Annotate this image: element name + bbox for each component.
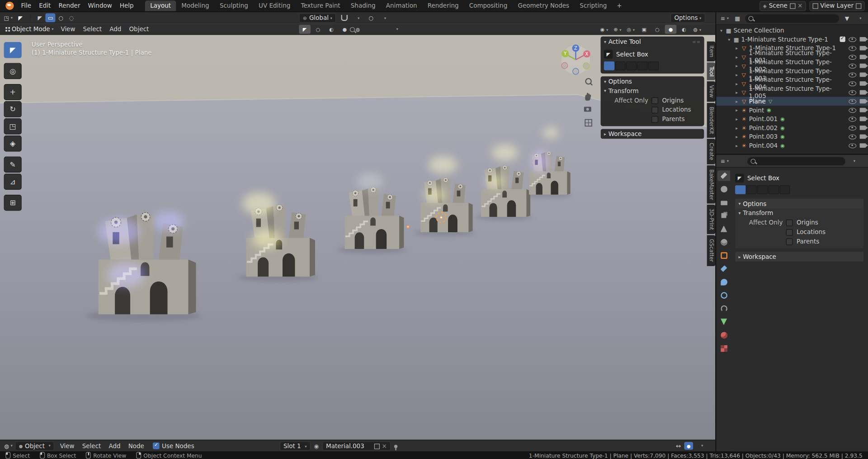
properties-options-panel-header[interactable]: Options (735, 199, 863, 209)
affect-checkbox[interactable] (651, 107, 658, 113)
sidebar-tab[interactable]: Item (707, 42, 715, 61)
physics-properties[interactable] (717, 290, 730, 300)
snap-node-icon[interactable]: ↔ (676, 442, 681, 450)
shading-wireframe-toggle[interactable]: ○ (651, 25, 663, 34)
viewport-header-dropdown[interactable] (387, 25, 405, 34)
disable-render-icon[interactable] (860, 64, 866, 68)
filter-icon[interactable]: ▼ (842, 14, 852, 23)
circle-select-mode[interactable]: ○ (56, 13, 66, 22)
select-mode-icon[interactable] (626, 61, 637, 70)
material-properties[interactable] (717, 330, 730, 340)
disable-render-icon[interactable] (860, 143, 866, 148)
snap-settings-dropdown[interactable] (353, 14, 363, 23)
select-mode-icon[interactable] (769, 185, 779, 194)
active-tool-icon[interactable]: ◤ (299, 25, 311, 34)
blender-logo[interactable] (5, 2, 14, 10)
lasso-select-mode[interactable]: ◌ (66, 13, 76, 22)
object-properties[interactable] (717, 250, 730, 260)
shader-menu-item[interactable]: Select (78, 441, 105, 451)
select-mode-icon[interactable] (779, 185, 790, 194)
proportional-settings-dropdown[interactable] (379, 14, 389, 23)
select-mode-icon[interactable] (604, 61, 614, 70)
measure-tool[interactable]: ⊿ (4, 173, 22, 190)
properties-options-dropdown[interactable] (849, 157, 859, 166)
scene-selector[interactable]: ◈ Scene × (760, 1, 806, 11)
select-mode-icon[interactable] (615, 61, 625, 70)
workspace-tab[interactable]: Rendering (423, 0, 464, 11)
expand-icon[interactable]: ▸ (735, 125, 739, 130)
xray-toggle[interactable]: ▣ (638, 25, 650, 34)
mode-material-icon[interactable]: ● (339, 25, 350, 34)
viewport-menu-item[interactable]: Object (125, 24, 153, 34)
annotate-tool[interactable]: ✎ (4, 157, 22, 173)
disable-render-icon[interactable] (860, 90, 866, 95)
camera-view-icon[interactable] (584, 107, 591, 112)
disable-render-icon[interactable] (860, 126, 866, 130)
shader-menu-item[interactable]: Add (105, 441, 124, 451)
tweak-select-mode[interactable]: ◤ (35, 13, 45, 22)
mode-wire-icon[interactable]: ○ (312, 25, 324, 34)
disable-render-icon[interactable] (860, 99, 866, 103)
sidebar-tab[interactable]: BlenderKit (707, 103, 715, 138)
visibility-toggle[interactable]: ◉ (599, 25, 610, 34)
workspace-tab[interactable]: UV Editing (254, 0, 295, 11)
transform-tool[interactable]: ◈ (4, 136, 22, 152)
view-layer-selector[interactable]: View Layer (809, 1, 865, 11)
expand-icon[interactable]: ▸ (735, 72, 739, 77)
outliner-row[interactable]: ▾ ▦ Scene Collection (716, 26, 868, 35)
expand-icon[interactable]: ▾ (727, 37, 731, 42)
workspace-tab[interactable]: Layout (145, 0, 176, 11)
menu-item[interactable]: Edit (35, 1, 55, 10)
cursor-tool[interactable]: ◎ (4, 63, 22, 80)
shader-menu-item[interactable]: View (56, 441, 78, 451)
world-properties[interactable] (717, 237, 730, 247)
box-select-mode[interactable]: ▭ (45, 13, 55, 22)
hide-viewport-icon[interactable] (849, 108, 856, 112)
properties-search-field[interactable] (747, 157, 845, 165)
sidebar-tab[interactable]: View (707, 81, 715, 102)
expand-icon[interactable]: ▾ (719, 28, 724, 33)
gizmo-toggle[interactable]: ⊕ (612, 25, 623, 34)
options-panel-header[interactable]: Options (601, 76, 704, 86)
shader-overlays-dropdown[interactable] (696, 441, 706, 450)
outliner-row[interactable]: ▸ ☀ Point.001 ◉ (716, 114, 868, 123)
copy-material-icon[interactable] (374, 443, 379, 449)
expand-icon[interactable]: ▸ (735, 81, 739, 86)
new-view-layer-icon[interactable] (856, 3, 861, 9)
outliner-item-label[interactable]: Point.003 (749, 133, 778, 140)
select-box-tool[interactable]: ◤ (4, 42, 22, 58)
snap-toggle[interactable] (340, 14, 349, 23)
material-name-field[interactable]: Material.003 × (322, 441, 391, 451)
outliner-row[interactable]: ▸ ☀ Point ◉ (716, 106, 868, 115)
tool-properties[interactable] (717, 170, 730, 181)
pin-icon[interactable] (394, 445, 397, 448)
overlay-toggle[interactable]: ● (684, 442, 693, 450)
outliner-row[interactable]: ▸ ▽ 1-Miniature Structure Type-1.005 (716, 88, 868, 97)
disable-render-icon[interactable] (860, 81, 866, 86)
shading-solid-toggle[interactable]: ● (665, 25, 677, 34)
workspace-tab[interactable]: Geometry Nodes (513, 0, 574, 11)
menu-item[interactable]: Render (55, 1, 84, 10)
shading-material-toggle[interactable]: ◐ (678, 25, 690, 34)
workspace-panel-header[interactable]: Workspace (601, 129, 704, 139)
view-layer-properties[interactable] (717, 210, 730, 220)
expand-icon[interactable]: ▸ (735, 108, 739, 112)
close-scene-icon[interactable]: × (797, 2, 802, 9)
outliner-row[interactable]: ▸ ☀ Point.002 ◉ (716, 123, 868, 132)
sidebar-tab[interactable]: Create (707, 139, 715, 164)
outliner-display-mode[interactable]: ▦ (732, 14, 742, 23)
select-mode-icon[interactable] (757, 185, 768, 194)
properties-editor-type-selector[interactable]: ≡ (720, 157, 730, 166)
use-nodes-toggle[interactable]: Use Nodes (153, 442, 194, 450)
affect-checkbox[interactable] (786, 220, 793, 226)
modifier-properties[interactable] (717, 263, 730, 274)
workspace-tab[interactable]: Modeling (176, 0, 214, 11)
collection-checkbox[interactable] (840, 37, 845, 42)
transform-orientation-dropdown[interactable]: ⊕ Global (299, 13, 336, 23)
menu-item[interactable]: Help (116, 1, 137, 10)
outliner-item-label[interactable]: Scene Collection (733, 27, 784, 34)
texture-properties[interactable] (717, 343, 730, 353)
workspace-tab[interactable]: Animation (381, 0, 422, 11)
disable-render-icon[interactable] (860, 55, 866, 59)
disable-render-icon[interactable] (860, 72, 866, 77)
